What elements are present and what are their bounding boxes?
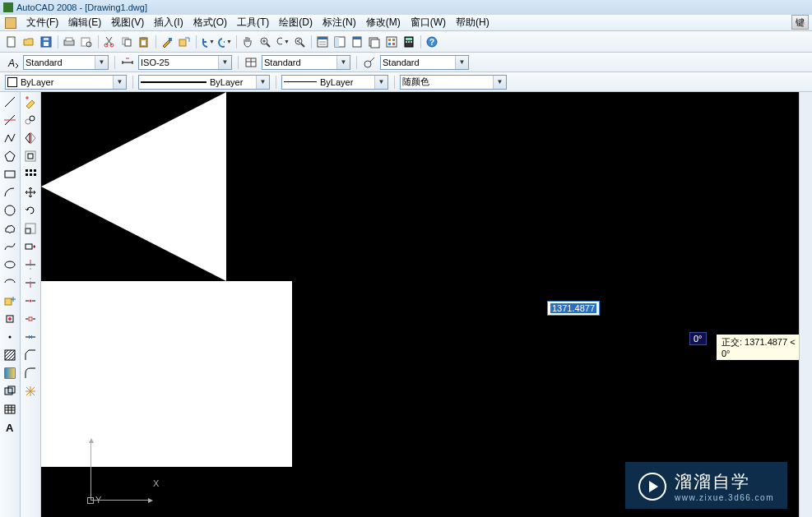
svg-rect-65 [26,173,28,176]
make-block-icon[interactable] [2,311,18,327]
vertical-scrollbar[interactable] [799,92,812,517]
dynamic-input[interactable]: 1371.4877 [547,301,600,316]
join-icon[interactable] [22,329,39,345]
array-icon[interactable] [22,166,39,182]
mleader-style-combo[interactable]: Standard▼ [380,55,469,70]
svg-rect-44 [5,171,15,178]
paste-icon[interactable] [136,34,152,50]
menu-dimension[interactable]: 标注(N) [318,14,361,31]
pan-icon[interactable] [239,34,256,50]
fillet-icon[interactable] [22,365,39,381]
sheet-set-icon[interactable] [366,34,383,50]
svg-rect-28 [387,37,397,47]
menu-insert[interactable]: 插入(I) [149,14,188,31]
cursor-tracking-v [450,259,451,310]
hatch-icon[interactable] [2,347,18,363]
text-style-combo[interactable]: Standard▼ [23,55,109,70]
plotstyle-combo[interactable]: 随颜色▼ [400,75,507,90]
stretch-icon[interactable] [22,238,39,255]
design-center-icon[interactable] [332,34,348,50]
svg-text:A: A [6,422,14,434]
menu-file[interactable]: 文件(F) [21,14,63,31]
region-icon[interactable] [2,383,18,399]
menu-modify[interactable]: 修改(M) [361,14,406,31]
svg-rect-23 [335,37,339,47]
offset-icon[interactable] [22,148,39,164]
zoom-previous-icon[interactable] [291,34,308,50]
table-style-icon[interactable] [244,55,258,70]
save-icon[interactable] [38,34,54,50]
revcloud-icon[interactable] [2,220,18,237]
drawn-shape [41,281,292,467]
break-icon[interactable] [22,311,39,327]
menu-help[interactable]: 帮助(H) [451,14,494,31]
quickcalc-icon[interactable] [401,34,417,50]
insert-block-icon[interactable] [2,293,18,309]
svg-rect-64 [34,169,36,172]
dim-style-combo[interactable]: ISO-25▼ [138,55,232,70]
ellipse-arc-icon[interactable] [2,275,18,291]
rotate-icon[interactable] [22,202,39,219]
plot-preview-icon[interactable] [78,34,95,50]
lineweight-combo[interactable]: ByLayer▼ [281,75,388,90]
copy-obj-icon[interactable] [22,112,39,128]
trim-icon[interactable] [22,256,39,273]
chamfer-icon[interactable] [22,347,39,363]
play-icon [638,473,666,501]
dim-style-icon[interactable] [120,55,135,70]
redo-icon[interactable]: ▼ [216,34,233,50]
tool-palettes-icon[interactable] [349,34,365,50]
drawing-canvas[interactable]: 1371.4877 0° 正交: 1371.4877 < 0° Y X 溜溜自学… [41,92,812,517]
linetype-combo[interactable]: ByLayer▼ [138,75,270,90]
explode-icon[interactable] [22,383,39,399]
circle-icon[interactable] [2,202,18,219]
open-icon[interactable] [21,34,37,50]
match-properties-icon[interactable] [159,34,175,50]
markup-set-icon[interactable] [383,34,400,50]
new-icon[interactable] [3,34,20,50]
plot-icon[interactable] [61,34,77,50]
text-style-icon[interactable]: A [5,55,20,70]
menu-edit[interactable]: 编辑(E) [63,14,106,31]
linetype-value: ByLayer [210,77,243,87]
arc-icon[interactable] [2,184,18,201]
polyline-icon[interactable] [2,130,18,146]
menu-tools[interactable]: 工具(T) [232,14,274,31]
zoom-realtime-icon[interactable] [257,34,273,50]
table-icon[interactable] [2,401,18,418]
table-style-combo[interactable]: Standard▼ [262,55,350,70]
mtext-icon[interactable]: A [2,419,18,436]
zoom-window-icon[interactable]: ▼ [274,34,290,50]
menu-view[interactable]: 视图(V) [106,14,149,31]
cut-icon[interactable] [101,34,118,50]
menu-draw[interactable]: 绘图(D) [274,14,318,31]
construction-line-icon[interactable] [2,112,18,128]
gradient-icon[interactable] [2,365,18,381]
polygon-icon[interactable] [2,148,18,164]
menu-window[interactable]: 窗口(W) [406,14,451,31]
copy-icon[interactable] [118,34,135,50]
menubar-right-button[interactable]: 键 [791,15,809,30]
erase-icon[interactable] [22,94,39,110]
help-icon[interactable]: ? [424,34,440,50]
svg-rect-70 [26,244,32,249]
line-icon[interactable] [2,94,18,110]
menu-format[interactable]: 格式(O) [188,14,232,31]
spline-icon[interactable] [2,238,18,255]
move-icon[interactable] [22,184,39,201]
svg-text:?: ? [429,38,434,47]
rectangle-icon[interactable] [2,166,18,182]
scale-icon[interactable] [22,220,39,237]
mirror-icon[interactable] [22,130,39,146]
mleader-style-icon[interactable] [362,55,377,70]
properties-icon[interactable] [314,34,331,50]
extend-icon[interactable] [22,275,39,291]
layer-combo[interactable]: ByLayer▼ [5,75,127,90]
point-icon[interactable] [2,329,18,345]
undo-icon[interactable]: ▼ [199,34,216,50]
block-editor-icon[interactable] [176,34,193,50]
ellipse-icon[interactable] [2,256,18,273]
app-menu-icon[interactable] [5,17,16,29]
break-at-point-icon[interactable] [22,293,39,309]
svg-point-46 [5,261,15,268]
